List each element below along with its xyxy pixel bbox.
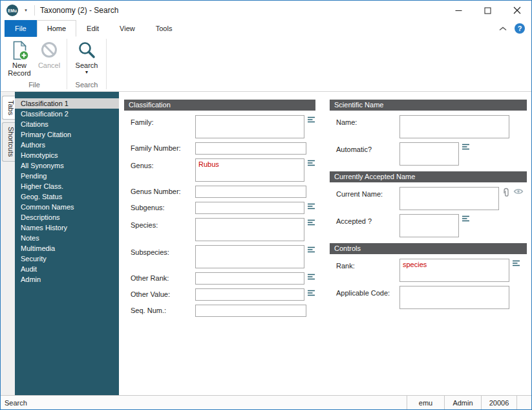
new-record-icon [9,40,30,61]
nav-item-geog-status[interactable]: Geog. Status [15,191,119,202]
field-label: Family Number: [131,142,195,152]
visibility-icon[interactable] [513,188,524,195]
maximize-icon [484,7,491,14]
search-icon [76,40,97,61]
tab-edit[interactable]: Edit [76,20,109,37]
ribbon: New Record Cancel File [1,37,531,92]
nav-item-all-synonyms[interactable]: All Synonyms [15,160,119,171]
subgenus-input[interactable] [195,202,304,214]
applicable-code-input[interactable] [399,286,509,309]
other-value-input[interactable] [195,288,304,301]
nav-item-admin[interactable]: Admin [15,274,119,285]
lookup-list-icon[interactable] [307,273,315,281]
field-row: Name: [330,115,527,138]
subspecies-input[interactable] [195,245,304,268]
field-label: Other Value: [131,288,195,298]
other-rank-input[interactable] [195,272,304,285]
name-input[interactable] [399,115,509,138]
form-area: Classification Family: Family Number: Ge… [119,92,531,395]
rank-input[interactable]: species [399,259,509,282]
section-header-currently-accepted-name: Currently Accepted Name [330,171,527,182]
emu-logo-icon[interactable]: EMu [6,5,18,16]
lookup-list-icon[interactable] [307,219,315,227]
search-button[interactable]: Search ▾ [70,39,103,76]
field-label: Name: [336,115,399,126]
lookup-list-icon[interactable] [307,202,315,211]
nav-item-common-names[interactable]: Common Names [15,202,119,212]
tab-file[interactable]: File [5,20,37,37]
tab-view[interactable]: View [109,20,145,37]
seq-num-input[interactable] [195,305,306,317]
accepted-input[interactable] [399,214,459,237]
nav-item-pending[interactable]: Pending [15,171,119,181]
side-tab-shortcuts[interactable]: Shortcuts [2,122,15,161]
app-window: EMu ▾ Taxonomy (2) - Search File Home Ed… [0,0,532,410]
tab-tools[interactable]: Tools [145,20,183,37]
automatic-input[interactable] [399,142,459,166]
nav-item-authors[interactable]: Authors [15,140,119,150]
field-label: Current Name: [336,187,399,198]
nav-item-classification-2[interactable]: Classification 2 [15,109,119,119]
field-row: Family Number: [124,142,315,155]
lookup-list-icon[interactable] [307,159,315,167]
chevron-up-icon [499,27,507,31]
main-area: Tabs Shortcuts Classification 1 Classifi… [1,92,531,395]
nav-item-names-history[interactable]: Names History [15,222,119,233]
field-label: Subgenus: [131,202,195,211]
lookup-list-icon[interactable] [307,116,315,124]
field-label: Rank: [336,259,399,270]
field-row: Subgenus: [124,202,315,214]
species-input[interactable] [195,218,304,241]
nav-item-security[interactable]: Security [15,254,119,264]
field-row: Seq. Num.: [124,305,315,317]
status-group: Admin [444,396,481,409]
lookup-list-icon[interactable] [307,289,315,297]
field-row: Family: [124,115,315,138]
field-row: Genus Number: [124,186,315,198]
attach-icon[interactable] [502,188,511,197]
titlebar-dropdown-icon[interactable]: ▾ [21,5,31,16]
lookup-list-icon[interactable] [512,259,520,268]
ribbon-group-search: Search ▾ Search [68,37,105,91]
nav-item-descriptions[interactable]: Descriptions [15,212,119,222]
field-row: Subspecies: [124,245,315,268]
nav-item-homotypics[interactable]: Homotypics [15,150,119,160]
nav-item-primary-citation[interactable]: Primary Citation [15,129,119,140]
close-button[interactable] [502,1,531,20]
nav-item-notes[interactable]: Notes [15,233,119,243]
ribbon-separator [106,39,107,89]
section-header-scientific-name: Scientific Name [330,100,527,111]
field-label: Genus: [131,158,195,169]
genus-input[interactable]: Rubus [195,158,304,182]
help-icon[interactable]: ? [515,23,525,34]
current-name-input[interactable] [399,187,499,210]
maximize-button[interactable] [473,1,502,20]
cancel-button[interactable]: Cancel [34,39,64,70]
collapse-ribbon-button[interactable] [499,27,507,31]
minimize-icon [455,7,462,14]
side-tab-tabs[interactable]: Tabs [2,96,15,120]
lookup-list-icon[interactable] [462,143,470,151]
genus-number-input[interactable] [195,186,306,198]
nav-item-classification-1[interactable]: Classification 1 [15,98,119,109]
nav-item-higher-class[interactable]: Higher Class. [15,181,119,191]
lookup-list-icon[interactable] [462,215,470,223]
nav-item-citations[interactable]: Citations [15,119,119,129]
search-dropdown-icon[interactable]: ▾ [85,70,88,75]
window-title: Taxonomy (2) - Search [40,6,118,15]
ribbon-tab-bar: File Home Edit View Tools ? [1,20,531,37]
side-tab-strip: Tabs Shortcuts [1,92,15,395]
nav-item-audit[interactable]: Audit [15,264,119,274]
tab-home[interactable]: Home [37,20,76,37]
field-row: Rank: species [330,259,527,282]
nav-item-multimedia[interactable]: Multimedia [15,243,119,254]
family-number-input[interactable] [195,142,306,155]
family-input[interactable] [195,115,304,138]
lookup-list-icon[interactable] [307,246,315,254]
field-row: Accepted ? [330,214,527,237]
minimize-button[interactable] [444,1,473,20]
field-label: Genus Number: [131,186,195,195]
section-header-controls: Controls [330,243,527,254]
scientific-name-column: Scientific Name Name: Automatic? Current… [330,100,527,309]
new-record-button[interactable]: New Record [5,39,34,78]
